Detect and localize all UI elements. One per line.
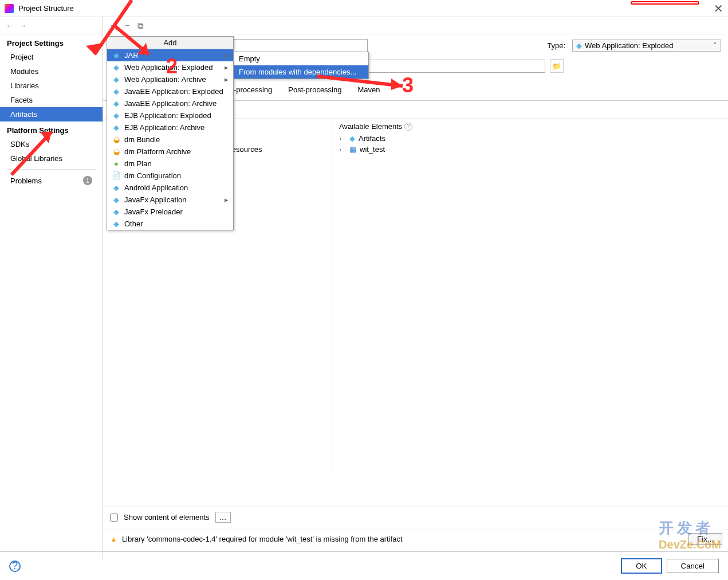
javafx-icon: ◆ bbox=[112, 195, 121, 204]
android-icon: ◆ bbox=[112, 183, 121, 192]
annotation-arrow-2 bbox=[109, 23, 166, 63]
elements-more-button[interactable]: … bbox=[215, 512, 231, 523]
annotation-number-2: 2 bbox=[166, 54, 178, 79]
watermark: 开发者 DevZe.CoM bbox=[659, 518, 721, 551]
javafx-preloader-icon: ◆ bbox=[112, 207, 121, 216]
submenu-arrow-icon: ▸ bbox=[225, 75, 229, 84]
submenu-arrow-icon: ▸ bbox=[225, 195, 229, 204]
module-icon: ▦ bbox=[349, 145, 356, 154]
ok-button[interactable]: OK bbox=[621, 558, 662, 574]
cancel-button[interactable]: Cancel bbox=[667, 559, 719, 573]
warning-icon: ▲ bbox=[110, 535, 117, 543]
chevron-down-icon: ˅ bbox=[713, 41, 717, 50]
web-archive-icon: ◆ bbox=[112, 75, 121, 84]
svg-line-4 bbox=[317, 76, 403, 86]
menu-dm-plan[interactable]: ●dm Plan bbox=[107, 158, 233, 170]
web-exploded-icon: ◆ bbox=[112, 63, 121, 72]
warning-row: ▲ Library 'commons-codec-1.4' required f… bbox=[103, 530, 728, 548]
annotation-arrow-3 bbox=[317, 72, 414, 92]
menu-ejb-exploded[interactable]: ◆EJB Application: Exploded bbox=[107, 109, 233, 122]
dm-platform-icon: ◒ bbox=[112, 147, 121, 156]
problems-count-badge: 1 bbox=[83, 176, 92, 185]
javaee-exploded-icon: ◆ bbox=[112, 87, 121, 96]
annotation-red-oval bbox=[631, 1, 699, 5]
artifact-type-icon: ◆ bbox=[576, 41, 582, 50]
menu-ejb-archive[interactable]: ◆EJB Application: Archive bbox=[107, 122, 233, 134]
ejb-archive-icon: ◆ bbox=[112, 123, 121, 132]
type-label: Type: bbox=[547, 41, 565, 50]
sidebar-item-artifacts[interactable]: Artifacts bbox=[0, 107, 103, 122]
expand-icon[interactable]: › bbox=[339, 134, 346, 143]
forward-icon[interactable]: → bbox=[19, 21, 26, 30]
javaee-archive-icon: ◆ bbox=[112, 99, 121, 108]
browse-folder-icon[interactable]: 📁 bbox=[550, 59, 564, 73]
menu-dm-bundle[interactable]: ◒dm Bundle bbox=[107, 134, 233, 146]
help-icon[interactable]: ? bbox=[404, 123, 412, 131]
back-icon[interactable]: ← bbox=[6, 21, 13, 30]
artifacts-toolbar: ＋ － ⧉ bbox=[103, 17, 728, 34]
sidebar-item-modules[interactable]: Modules bbox=[0, 64, 103, 79]
available-elements-heading: Available Elements bbox=[339, 122, 402, 131]
dm-plan-icon: ● bbox=[112, 159, 121, 168]
help-footer-icon[interactable]: ? bbox=[9, 561, 21, 572]
annotation-arrow-sidebar bbox=[6, 126, 63, 178]
submenu-arrow-icon: ▸ bbox=[225, 51, 229, 60]
submenu-empty[interactable]: Empty bbox=[234, 52, 368, 65]
artifact-icon: ◆ bbox=[349, 134, 355, 143]
footer: ? OK Cancel bbox=[0, 551, 728, 580]
menu-android[interactable]: ◆Android Application bbox=[107, 182, 233, 194]
annotation-number-3: 3 bbox=[402, 73, 414, 97]
warning-text: Library 'commons-codec-1.4' required for… bbox=[122, 535, 403, 543]
ejb-exploded-icon: ◆ bbox=[112, 111, 121, 120]
menu-dm-config[interactable]: 📄dm Configuration bbox=[107, 170, 233, 182]
sidebar: ← → Project Settings Project Modules Lib… bbox=[0, 17, 103, 559]
menu-javafx-app[interactable]: ◆JavaFx Application▸ bbox=[107, 194, 233, 206]
artifact-type-select[interactable]: ◆ Web Application: Exploded ˅ bbox=[572, 40, 721, 52]
intellij-logo-icon bbox=[5, 4, 14, 13]
expand-icon[interactable]: › bbox=[339, 145, 346, 154]
available-wit-test[interactable]: › ▦ wit_test bbox=[339, 144, 721, 155]
menu-javaee-archive[interactable]: ◆JavaEE Application: Archive bbox=[107, 97, 233, 109]
other-icon: ◆ bbox=[112, 220, 121, 228]
show-content-checkbox[interactable] bbox=[110, 514, 118, 522]
sidebar-item-facets[interactable]: Facets bbox=[0, 93, 103, 107]
menu-javaee-exploded[interactable]: ◆JavaEE Application: Exploded bbox=[107, 85, 233, 97]
show-content-row: Show content of elements … bbox=[103, 507, 728, 527]
close-icon[interactable]: ✕ bbox=[714, 2, 723, 15]
artifact-type-value: Web Application: Exploded bbox=[585, 41, 673, 50]
available-artifacts[interactable]: › ◆ Artifacts bbox=[339, 133, 721, 144]
sidebar-item-libraries[interactable]: Libraries bbox=[0, 79, 103, 93]
menu-javafx-preloader[interactable]: ◆JavaFx Preloader bbox=[107, 206, 233, 218]
show-content-label: Show content of elements bbox=[124, 513, 210, 522]
menu-other[interactable]: ◆Other bbox=[107, 218, 233, 230]
dm-bundle-icon: ◒ bbox=[112, 135, 121, 144]
available-elements: Available Elements ? › ◆ Artifacts › ▦ w… bbox=[332, 119, 728, 474]
submenu-arrow-icon: ▸ bbox=[225, 63, 229, 72]
menu-dm-platform[interactable]: ◒dm Platform Archive bbox=[107, 146, 233, 158]
svg-marker-1 bbox=[86, 43, 103, 54]
dm-config-icon: 📄 bbox=[112, 171, 121, 180]
